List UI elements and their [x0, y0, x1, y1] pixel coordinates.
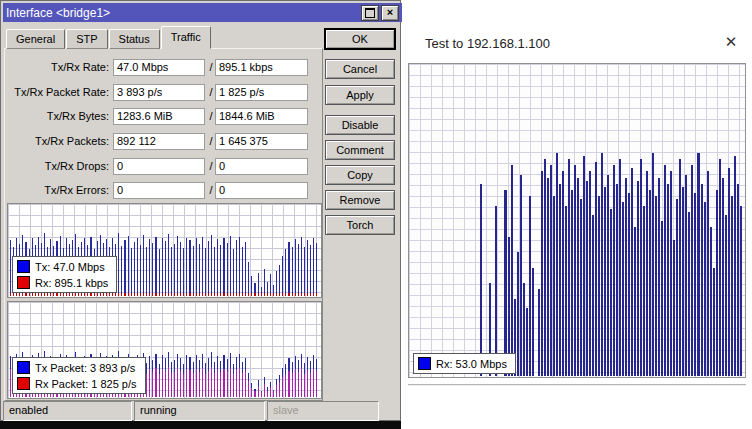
errors-label: Tx/Rx Errors:: [1, 182, 109, 199]
packets-separator: /: [207, 133, 215, 150]
field-row-packets: Tx/Rx Packets: 892 112 / 1 645 375: [1, 133, 321, 150]
copy-button[interactable]: Copy: [325, 165, 395, 185]
rate-separator: /: [207, 59, 215, 76]
ok-button[interactable]: OK: [325, 29, 395, 49]
remove-button[interactable]: Remove: [325, 190, 395, 210]
tx-drops-field[interactable]: 0: [113, 158, 205, 175]
interface-window: Interface <bridge1> × General STP Status…: [0, 0, 401, 421]
tx-bytes-field[interactable]: 1283.6 MiB: [113, 108, 205, 125]
legend-row-rx-packet: Rx Packet: 1 825 p/s: [17, 377, 137, 390]
drops-label: Tx/Rx Drops:: [1, 158, 109, 175]
drops-separator: /: [207, 158, 215, 175]
maximize-icon: [365, 8, 375, 18]
close-button[interactable]: ×: [381, 5, 399, 21]
rx-drops-field[interactable]: 0: [215, 158, 308, 175]
cancel-button[interactable]: Cancel: [325, 59, 395, 79]
torch-button[interactable]: Torch: [325, 215, 395, 235]
btest-window: Test to 192.168.1.100 ✕ Rx: 53.0 Mbps: [406, 0, 752, 429]
tx-packet-rate-field[interactable]: 3 893 p/s: [113, 84, 205, 101]
tx-rx-rate-graph: Tx: 47.0 Mbps Rx: 895.1 kbps: [7, 203, 322, 298]
window-title: Interface <bridge1>: [6, 6, 359, 20]
field-row-packet-rate: Tx/Rx Packet Rate: 3 893 p/s / 1 825 p/s: [1, 84, 321, 101]
rx-packets-field[interactable]: 1 645 375: [215, 133, 308, 150]
tx-errors-field[interactable]: 0: [113, 182, 205, 199]
errors-separator: /: [207, 182, 215, 199]
rx-errors-field[interactable]: 0: [215, 182, 308, 199]
bytes-separator: /: [207, 108, 215, 125]
rate-label: Tx/Rx Rate:: [1, 59, 109, 76]
tx-rate-field[interactable]: 47.0 Mbps: [113, 59, 205, 76]
tx-packet-legend-label: Tx Packet: 3 893 p/s: [35, 362, 135, 374]
tx-legend-label: Tx: 47.0 Mbps: [35, 261, 105, 273]
packet-rate-separator: /: [207, 84, 215, 101]
packets-label: Tx/Rx Packets:: [1, 133, 109, 150]
legend-row-rx: Rx: 895.1 kbps: [17, 276, 108, 289]
comment-button[interactable]: Comment: [325, 140, 395, 160]
btest-rx-legend-label: Rx: 53.0 Mbps: [436, 358, 507, 370]
rx-bytes-field[interactable]: 1844.6 MiB: [215, 108, 308, 125]
tab-traffic[interactable]: Traffic: [161, 26, 211, 49]
apply-button[interactable]: Apply: [325, 85, 395, 105]
btest-graph: Rx: 53.0 Mbps: [408, 63, 746, 378]
rx-swatch: [17, 276, 30, 289]
tab-general[interactable]: General: [6, 29, 65, 49]
screen: Interface <bridge1> × General STP Status…: [0, 0, 752, 429]
btest-rx-bars: [411, 66, 743, 376]
legend-row-tx-packet: Tx Packet: 3 893 p/s: [17, 361, 137, 374]
status-enabled: enabled: [3, 401, 132, 421]
rx-packet-legend-label: Rx Packet: 1 825 p/s: [35, 378, 137, 390]
btest-title: Test to 192.168.1.100: [425, 36, 550, 51]
tx-packets-field[interactable]: 892 112: [113, 133, 205, 150]
titlebar[interactable]: Interface <bridge1> ×: [3, 3, 402, 22]
tab-bar: General STP Status Traffic: [6, 28, 212, 49]
tab-stp[interactable]: STP: [66, 29, 107, 49]
tab-status[interactable]: Status: [109, 29, 160, 49]
field-row-drops: Tx/Rx Drops: 0 / 0: [1, 158, 321, 175]
legend-row-tx: Tx: 47.0 Mbps: [17, 260, 108, 273]
legend-row-btest-rx: Rx: 53.0 Mbps: [418, 357, 507, 370]
rate-legend: Tx: 47.0 Mbps Rx: 895.1 kbps: [12, 256, 117, 293]
rx-packet-rate-field[interactable]: 1 825 p/s: [215, 84, 308, 101]
packet-rate-label: Tx/Rx Packet Rate:: [1, 84, 109, 101]
tx-packet-swatch: [17, 361, 30, 374]
maximize-button[interactable]: [361, 5, 379, 21]
field-row-errors: Tx/Rx Errors: 0 / 0: [1, 182, 321, 199]
rx-rate-field[interactable]: 895.1 kbps: [215, 59, 308, 76]
bytes-label: Tx/Rx Bytes:: [1, 108, 109, 125]
rx-packet-swatch: [17, 377, 30, 390]
btest-bottom-groove: [408, 384, 746, 386]
packet-legend: Tx Packet: 3 893 p/s Rx Packet: 1 825 p/…: [12, 357, 146, 394]
packet-rate-graph: Tx Packet: 3 893 p/s Rx Packet: 1 825 p/…: [7, 301, 322, 399]
btest-legend: Rx: 53.0 Mbps: [413, 353, 516, 374]
btest-close-button[interactable]: ✕: [722, 33, 740, 51]
status-slave: slave: [267, 401, 379, 421]
tx-swatch: [17, 260, 30, 273]
rx-legend-label: Rx: 895.1 kbps: [35, 277, 108, 289]
close-icon: ×: [387, 7, 393, 18]
status-running: running: [134, 401, 265, 421]
window-bottom-shadow: [0, 421, 401, 429]
field-row-rate: Tx/Rx Rate: 47.0 Mbps / 895.1 kbps: [1, 59, 321, 76]
btest-rx-swatch: [418, 357, 431, 370]
btest-close-icon: ✕: [725, 33, 738, 50]
field-row-bytes: Tx/Rx Bytes: 1283.6 MiB / 1844.6 MiB: [1, 108, 321, 125]
disable-button[interactable]: Disable: [325, 115, 395, 135]
